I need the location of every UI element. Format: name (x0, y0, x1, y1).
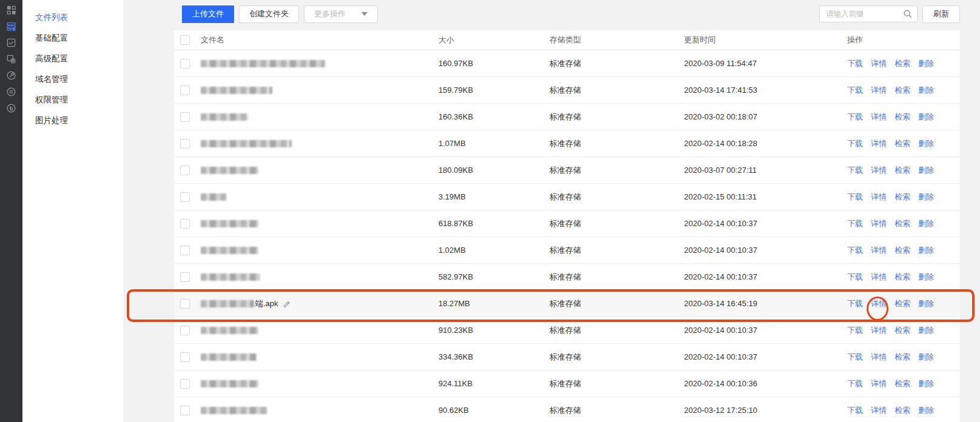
delete-link[interactable]: 删除 (918, 219, 934, 228)
retrieve-link[interactable]: 检索 (894, 406, 910, 415)
edit-pencil-icon[interactable] (283, 300, 290, 307)
details-link[interactable]: 详情 (871, 299, 887, 308)
row-checkbox[interactable] (180, 139, 190, 149)
retrieve-link[interactable]: 检索 (894, 192, 910, 201)
download-link[interactable]: 下载 (847, 246, 863, 255)
file-size: 160.36KB (438, 112, 549, 121)
download-link[interactable]: 下载 (847, 352, 863, 361)
sidebar-item-file-list[interactable]: 文件列表 (22, 7, 124, 28)
delete-link[interactable]: 删除 (918, 379, 934, 388)
delete-link[interactable]: 删除 (918, 192, 934, 201)
download-link[interactable]: 下载 (847, 139, 863, 148)
download-link[interactable]: 下载 (847, 326, 863, 335)
delete-link[interactable]: 删除 (918, 85, 934, 95)
update-time: 2020-02-14 00:10:37 (684, 326, 830, 335)
table-row: 924.11KB 标准存储 2020-02-14 00:10:36 下载详情检索… (174, 370, 960, 397)
retrieve-link[interactable]: 检索 (894, 246, 910, 255)
row-checkbox[interactable] (180, 326, 190, 335)
sidebar-item-image-processing[interactable]: 图片处理 (22, 110, 124, 131)
select-all-checkbox[interactable] (180, 35, 190, 45)
download-link[interactable]: 下载 (847, 406, 863, 415)
retrieve-link[interactable]: 检索 (894, 219, 910, 228)
header-storage-type: 存储类型 (549, 35, 684, 45)
delete-link[interactable]: 删除 (918, 326, 934, 335)
row-checkbox[interactable] (180, 192, 190, 202)
delete-link[interactable]: 删除 (918, 166, 934, 175)
table-header: 文件名 大小 存储类型 更新时间 操作 (174, 30, 960, 50)
details-link[interactable]: 详情 (871, 326, 887, 335)
details-link[interactable]: 详情 (871, 406, 887, 415)
download-link[interactable]: 下载 (847, 192, 863, 201)
delete-link[interactable]: 删除 (918, 139, 934, 148)
details-link[interactable]: 详情 (871, 166, 887, 175)
retrieve-link[interactable]: 检索 (894, 272, 910, 281)
delete-link[interactable]: 删除 (918, 352, 934, 361)
storage-type: 标准存储 (549, 298, 684, 309)
delete-link[interactable]: 删除 (918, 112, 934, 121)
details-link[interactable]: 详情 (871, 192, 887, 201)
retrieve-link[interactable]: 检索 (894, 352, 910, 361)
row-checkbox[interactable] (180, 59, 190, 69)
details-link[interactable]: 详情 (871, 246, 887, 255)
retrieve-link[interactable]: 检索 (894, 379, 910, 388)
more-actions-dropdown[interactable]: 更多操作 (304, 5, 378, 23)
delete-link[interactable]: 删除 (918, 272, 934, 281)
download-link[interactable]: 下载 (847, 272, 863, 281)
details-link[interactable]: 详情 (871, 85, 887, 95)
sidebar-item-domain-management[interactable]: 域名管理 (22, 69, 124, 90)
row-checkbox[interactable] (180, 272, 190, 282)
details-link[interactable]: 详情 (871, 59, 887, 68)
list-circle-icon[interactable] (6, 87, 16, 97)
details-link[interactable]: 详情 (871, 379, 887, 388)
delete-link[interactable]: 删除 (918, 406, 934, 415)
retrieve-link[interactable]: 检索 (894, 85, 910, 95)
download-link[interactable]: 下载 (847, 59, 863, 68)
retrieve-link[interactable]: 检索 (894, 326, 910, 335)
download-link[interactable]: 下载 (847, 166, 863, 175)
details-link[interactable]: 详情 (871, 219, 887, 228)
download-link[interactable]: 下载 (847, 299, 863, 308)
delete-link[interactable]: 删除 (918, 246, 934, 255)
redacted-filename (201, 327, 258, 334)
bucket-icon[interactable] (6, 21, 16, 32)
retrieve-link[interactable]: 检索 (894, 59, 910, 68)
sidebar-item-advanced-config[interactable]: 高级配置 (22, 49, 124, 69)
batch-icon[interactable] (6, 54, 16, 64)
sidebar-item-basic-config[interactable]: 基础配置 (22, 28, 124, 49)
refresh-button[interactable]: 刷新 (922, 5, 960, 23)
create-folder-button[interactable]: 创建文件夹 (239, 5, 299, 23)
dashboard-icon[interactable] (6, 5, 16, 15)
sidebar-item-permission-management[interactable]: 权限管理 (22, 90, 124, 110)
row-checkbox[interactable] (180, 112, 190, 122)
header-filename: 文件名 (201, 35, 438, 45)
search-icon[interactable] (903, 9, 913, 19)
file-table: 文件名 大小 存储类型 更新时间 操作 160.97KB 标准存储 2020-0… (174, 30, 960, 422)
download-link[interactable]: 下载 (847, 219, 863, 228)
row-checkbox[interactable] (180, 299, 190, 309)
tools-icon[interactable] (6, 70, 16, 81)
retrieve-link[interactable]: 检索 (894, 139, 910, 148)
download-link[interactable]: 下载 (847, 112, 863, 121)
retrieve-link[interactable]: 检索 (894, 112, 910, 121)
retrieve-link[interactable]: 检索 (894, 299, 910, 308)
details-link[interactable]: 详情 (871, 352, 887, 361)
row-checkbox[interactable] (180, 246, 190, 255)
row-checkbox[interactable] (180, 85, 190, 95)
details-link[interactable]: 详情 (871, 272, 887, 281)
details-link[interactable]: 详情 (871, 112, 887, 121)
monitor-icon[interactable] (6, 103, 16, 113)
task-icon[interactable] (6, 38, 16, 48)
download-link[interactable]: 下载 (847, 85, 863, 95)
row-checkbox[interactable] (180, 166, 190, 175)
delete-link[interactable]: 删除 (918, 59, 934, 68)
row-checkbox[interactable] (180, 352, 190, 362)
retrieve-link[interactable]: 检索 (894, 166, 910, 175)
row-checkbox[interactable] (180, 379, 190, 389)
row-checkbox[interactable] (180, 406, 190, 415)
download-link[interactable]: 下载 (847, 379, 863, 388)
details-link[interactable]: 详情 (871, 139, 887, 148)
row-checkbox[interactable] (180, 219, 190, 229)
sidebar-item-label: 基础配置 (35, 33, 68, 42)
upload-button[interactable]: 上传文件 (182, 5, 234, 23)
delete-link[interactable]: 删除 (918, 299, 934, 308)
